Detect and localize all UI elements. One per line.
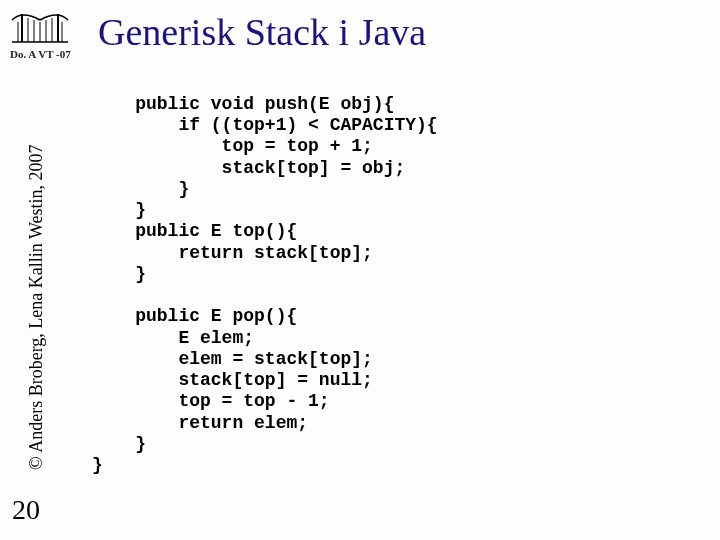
course-tag: Do. A VT -07 <box>10 48 71 60</box>
copyright-text: © Anders Broberg, Lena Kallin Westin, 20… <box>26 144 47 470</box>
logo-bridge <box>10 8 70 46</box>
code-block: public void push(E obj){ if ((top+1) < C… <box>92 94 438 476</box>
page-number: 20 <box>12 494 40 526</box>
slide-title: Generisk Stack i Java <box>98 10 426 54</box>
